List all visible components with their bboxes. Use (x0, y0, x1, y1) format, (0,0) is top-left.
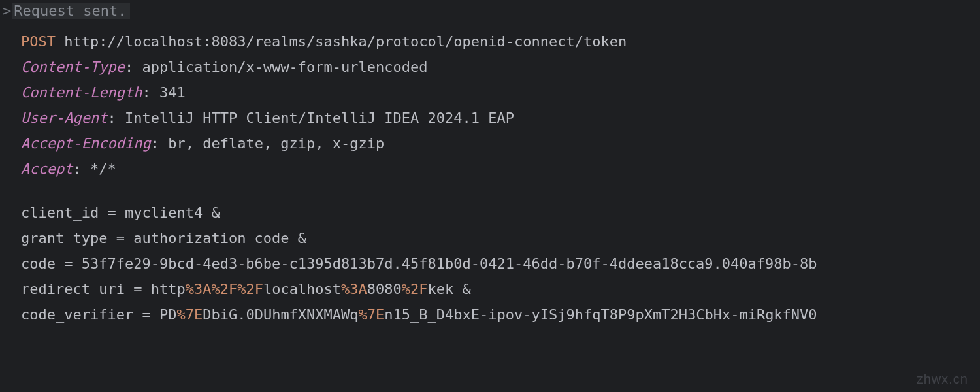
url-escape: %3A%2F%2F (186, 281, 263, 297)
body-text: 8080 (367, 281, 402, 297)
expand-chevron-icon[interactable]: > (3, 3, 11, 19)
body-text: DbiG.0DUhmfXNXMAWq (203, 306, 358, 323)
header-line: Accept-Encoding: br, deflate, gzip, x-gz… (21, 135, 980, 152)
body-text: localhost (263, 281, 341, 297)
body-text: client_id = myclient4 & (21, 204, 220, 221)
header-name: Content-Length (21, 84, 142, 101)
url-escape: %3A (341, 281, 367, 297)
header-value: application/x-www-form-urlencoded (142, 59, 427, 75)
header-colon: : (142, 84, 159, 101)
request-line: POST http://localhost:8083/realms/sashka… (21, 33, 980, 50)
url-escape: %7E (359, 306, 385, 323)
header-colon: : (107, 110, 125, 126)
http-client-console: > Request sent. POST http://localhost:80… (0, 0, 980, 323)
body-param-line: redirect_uri = http%3A%2F%2Flocalhost%3A… (21, 281, 980, 297)
body-text: kek & (428, 281, 471, 297)
header-value: 341 (159, 84, 186, 101)
status-text: Request sent. (12, 3, 130, 19)
header-colon: : (125, 59, 142, 75)
watermark: zhwx.cn (917, 372, 968, 387)
body-text: code_verifier = PD (21, 306, 176, 323)
header-colon: : (73, 161, 90, 177)
request-dump: POST http://localhost:8083/realms/sashka… (0, 22, 980, 323)
header-value: */* (90, 161, 116, 177)
body-param-line: grant_type = authorization_code & (21, 230, 980, 246)
url-escape: %2F (402, 281, 428, 297)
header-value: br, deflate, gzip, x-gzip (168, 135, 384, 152)
header-name: User-Agent (21, 110, 107, 126)
header-value: IntelliJ HTTP Client/IntelliJ IDEA 2024.… (125, 110, 514, 126)
body-param-line: code_verifier = PD%7EDbiG.0DUhmfXNXMAWq%… (21, 306, 980, 323)
header-line: Accept: */* (21, 161, 980, 177)
url-escape: %7E (176, 306, 203, 323)
body-text: n15_B_D4bxE-ipov-yISj9hfqT8P9pXmT2H3CbHx… (384, 306, 817, 323)
http-method: POST (21, 33, 56, 50)
header-name: Accept (21, 161, 73, 177)
body-param-line: client_id = myclient4 & (21, 204, 980, 221)
header-line: Content-Length: 341 (21, 84, 980, 101)
header-line: User-Agent: IntelliJ HTTP Client/Intelli… (21, 110, 980, 126)
header-name: Accept-Encoding (21, 135, 151, 152)
header-line: Content-Type: application/x-www-form-url… (21, 59, 980, 75)
blank-line (21, 186, 980, 195)
header-colon: : (151, 135, 169, 152)
status-row: > Request sent. (0, 0, 980, 22)
body-text: grant_type = authorization_code & (21, 230, 306, 246)
header-name: Content-Type (21, 59, 125, 75)
request-url: http://localhost:8083/realms/sashka/prot… (64, 33, 627, 50)
body-text: code = 53f7fe29-9bcd-4ed3-b6be-c1395d813… (21, 255, 817, 272)
body-param-line: code = 53f7fe29-9bcd-4ed3-b6be-c1395d813… (21, 255, 980, 272)
body-text: redirect_uri = http (21, 281, 186, 297)
